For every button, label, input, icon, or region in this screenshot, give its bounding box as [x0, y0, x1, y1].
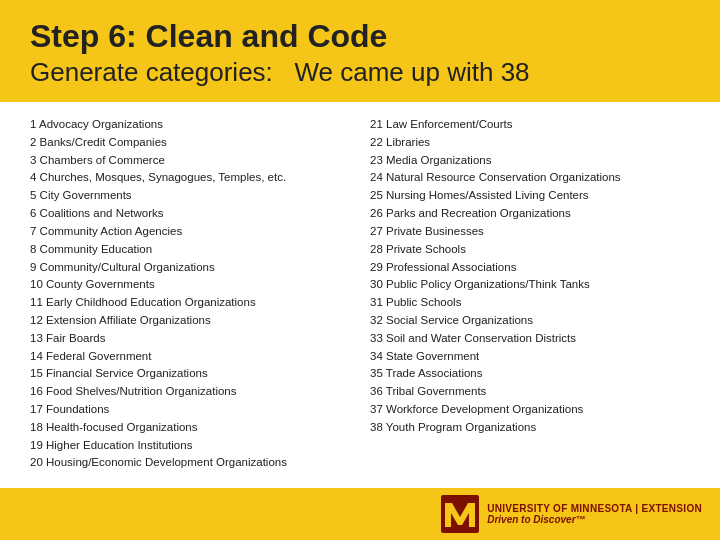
- list-item: 37 Workforce Development Organizations: [370, 401, 690, 419]
- list-item: 23 Media Organizations: [370, 152, 690, 170]
- list-item: 18 Health-focused Organizations: [30, 419, 350, 437]
- list-item: 4 Churches, Mosques, Synagogues, Temples…: [30, 169, 350, 187]
- list-item: 10 County Governments: [30, 276, 350, 294]
- list-item: 7 Community Action Agencies: [30, 223, 350, 241]
- list-item: 16 Food Shelves/Nutrition Organizations: [30, 383, 350, 401]
- list-item: 24 Natural Resource Conservation Organiz…: [370, 169, 690, 187]
- left-column: 1 Advocacy Organizations2 Banks/Credit C…: [30, 116, 350, 478]
- subtitle-prefix: Generate categories:: [30, 57, 273, 87]
- list-item: 6 Coalitions and Networks: [30, 205, 350, 223]
- list-item: 11 Early Childhood Education Organizatio…: [30, 294, 350, 312]
- list-item: 38 Youth Program Organizations: [370, 419, 690, 437]
- list-item: 3 Chambers of Commerce: [30, 152, 350, 170]
- university-logo-icon: [441, 495, 479, 533]
- list-item: 26 Parks and Recreation Organizations: [370, 205, 690, 223]
- slide: Step 6: Clean and Code Generate categori…: [0, 0, 720, 540]
- slide-content: 1 Advocacy Organizations2 Banks/Credit C…: [0, 102, 720, 488]
- slide-title: Step 6: Clean and Code: [30, 18, 690, 55]
- list-item: 22 Libraries: [370, 134, 690, 152]
- right-column: 21 Law Enforcement/Courts22 Libraries23 …: [370, 116, 690, 478]
- list-item: 12 Extension Affiliate Organizations: [30, 312, 350, 330]
- slide-subtitle: Generate categories: We came up with 38: [30, 57, 690, 88]
- list-item: 5 City Governments: [30, 187, 350, 205]
- list-item: 35 Trade Associations: [370, 365, 690, 383]
- logo-university-text: UNIVERSITY OF MINNESOTA | EXTENSION: [487, 503, 702, 514]
- list-item: 17 Foundations: [30, 401, 350, 419]
- list-item: 25 Nursing Homes/Assisted Living Centers: [370, 187, 690, 205]
- subtitle-suffix: We came up with 38: [294, 57, 529, 87]
- list-item: 32 Social Service Organizations: [370, 312, 690, 330]
- list-item: 20 Housing/Economic Development Organiza…: [30, 454, 350, 472]
- list-item: 9 Community/Cultural Organizations: [30, 259, 350, 277]
- list-item: 34 State Government: [370, 348, 690, 366]
- list-item: 8 Community Education: [30, 241, 350, 259]
- list-item: 33 Soil and Water Conservation Districts: [370, 330, 690, 348]
- slide-header: Step 6: Clean and Code Generate categori…: [0, 0, 720, 102]
- list-item: 30 Public Policy Organizations/Think Tan…: [370, 276, 690, 294]
- list-item: 19 Higher Education Institutions: [30, 437, 350, 455]
- list-item: 1 Advocacy Organizations: [30, 116, 350, 134]
- list-item: 28 Private Schools: [370, 241, 690, 259]
- logo-tagline-text: Driven to Discover™: [487, 514, 585, 525]
- list-item: 2 Banks/Credit Companies: [30, 134, 350, 152]
- logo-area: UNIVERSITY OF MINNESOTA | EXTENSION Driv…: [441, 495, 702, 533]
- list-item: 29 Professional Associations: [370, 259, 690, 277]
- list-item: 27 Private Businesses: [370, 223, 690, 241]
- list-item: 15 Financial Service Organizations: [30, 365, 350, 383]
- list-item: 13 Fair Boards: [30, 330, 350, 348]
- list-item: 21 Law Enforcement/Courts: [370, 116, 690, 134]
- logo-text: UNIVERSITY OF MINNESOTA | EXTENSION Driv…: [487, 503, 702, 525]
- list-item: 31 Public Schools: [370, 294, 690, 312]
- list-item: 36 Tribal Governments: [370, 383, 690, 401]
- list-item: 14 Federal Government: [30, 348, 350, 366]
- slide-footer: UNIVERSITY OF MINNESOTA | EXTENSION Driv…: [0, 488, 720, 540]
